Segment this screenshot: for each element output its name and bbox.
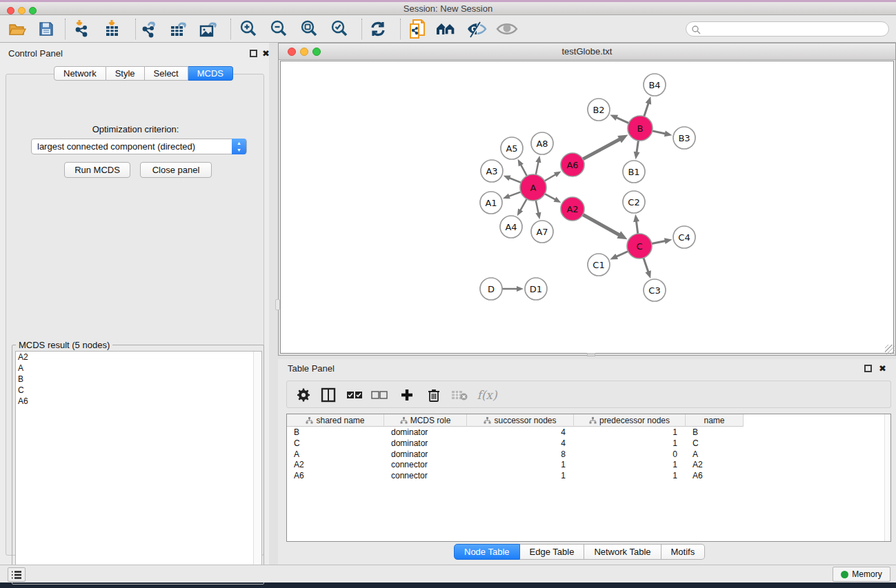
import-table-button[interactable] <box>101 18 124 40</box>
run-mcds-button[interactable]: Run MCDS <box>64 162 130 178</box>
mcds-result-item[interactable]: C <box>16 385 261 396</box>
import-network-button[interactable] <box>70 18 94 40</box>
table-cell[interactable]: dominator <box>384 438 467 449</box>
table-cell[interactable]: 1 <box>574 427 686 438</box>
tab-network-table[interactable]: Network Table <box>584 544 661 560</box>
graph-edge-B-B3[interactable] <box>653 131 666 134</box>
mcds-result-item[interactable]: A6 <box>16 396 261 407</box>
network-zoom-button[interactable] <box>312 48 321 56</box>
canvas-left-scrollthumb[interactable] <box>275 299 280 310</box>
graph-node-D1[interactable]: D1 <box>525 278 547 300</box>
graph-node-C[interactable]: C <box>627 234 652 258</box>
close-panel-button[interactable]: Close panel <box>140 162 212 178</box>
table-cell[interactable]: connector <box>384 460 467 471</box>
float-panel-icon[interactable] <box>250 50 257 57</box>
graph-node-A4[interactable]: A4 <box>500 216 522 238</box>
first-neighbors-button[interactable] <box>435 18 458 40</box>
new-network-from-selection-button[interactable] <box>406 18 429 40</box>
column-header-predecessor-nodes[interactable]: predecessor nodes <box>574 414 686 427</box>
table-row[interactable]: Bdominator41B <box>287 427 744 438</box>
table-cell[interactable]: 1 <box>574 460 686 471</box>
export-network-button[interactable] <box>138 18 161 40</box>
task-history-button[interactable] <box>8 567 26 582</box>
graph-node-A[interactable]: A <box>520 174 546 201</box>
table-cell[interactable]: 0 <box>574 449 686 460</box>
select-all-columns-button[interactable] <box>344 384 366 406</box>
table-cell[interactable]: 1 <box>574 438 686 449</box>
tab-mcds[interactable]: MCDS <box>188 66 233 81</box>
graph-node-A7[interactable]: A7 <box>531 221 553 243</box>
table-cell[interactable]: 8 <box>467 449 574 460</box>
column-header-successor-nodes[interactable]: successor nodes <box>467 414 574 427</box>
graph-edge-A-A2[interactable] <box>545 194 556 200</box>
save-session-button[interactable] <box>34 18 58 40</box>
graph-node-B2[interactable]: B2 <box>588 99 610 121</box>
graph-node-B[interactable]: B <box>628 116 653 141</box>
graph-edge-A-A3[interactable] <box>509 178 521 183</box>
minimize-window-button[interactable] <box>18 7 26 14</box>
tab-select[interactable]: Select <box>145 66 188 81</box>
window-resize-handle[interactable] <box>885 345 895 354</box>
apply-layout-button[interactable] <box>366 18 390 40</box>
table-cell[interactable]: A2 <box>686 460 744 471</box>
graph-edge-A-A8[interactable] <box>536 161 539 174</box>
table-row[interactable]: Cdominator41C <box>287 438 744 449</box>
table-cell[interactable]: A6 <box>287 471 384 482</box>
table-cell[interactable]: 1 <box>574 471 686 482</box>
table-cell[interactable]: B <box>686 427 744 438</box>
mcds-result-item[interactable]: A <box>16 363 261 374</box>
close-window-button[interactable] <box>7 7 14 14</box>
graph-node-A1[interactable]: A1 <box>480 192 502 214</box>
tab-node-table[interactable]: Node Table <box>454 544 520 560</box>
graph-node-C3[interactable]: C3 <box>644 279 666 301</box>
close-table-panel-icon[interactable]: ✖ <box>879 365 886 372</box>
table-cell[interactable]: 1 <box>467 460 574 471</box>
float-table-panel-icon[interactable] <box>864 365 872 372</box>
graphics-details-button[interactable] <box>465 18 488 40</box>
column-header-shared-name[interactable]: shared name <box>287 414 384 427</box>
open-session-button[interactable] <box>6 18 29 40</box>
table-scrollbar[interactable] <box>884 414 890 541</box>
graph-edge-A2-C[interactable] <box>583 214 619 235</box>
graph-node-C1[interactable]: C1 <box>588 254 610 276</box>
graph-node-C2[interactable]: C2 <box>623 191 645 213</box>
graph-edge-C-C4[interactable] <box>652 241 666 243</box>
graph-node-B4[interactable]: B4 <box>644 74 666 96</box>
function-builder-button[interactable]: f(x) <box>476 384 498 406</box>
zoom-window-button[interactable] <box>29 7 37 14</box>
graph-edge-B-B1[interactable] <box>637 141 639 153</box>
table-cell[interactable]: connector <box>384 471 467 482</box>
memory-button[interactable]: Memory <box>833 567 890 582</box>
zoom-out-button[interactable] <box>267 18 290 40</box>
export-image-button[interactable] <box>197 18 221 40</box>
table-cell[interactable]: C <box>686 438 744 449</box>
canvas-bottom-scrollthumb[interactable] <box>587 353 595 356</box>
graph-edge-A-A6[interactable] <box>544 174 555 181</box>
tab-style[interactable]: Style <box>106 66 145 81</box>
column-header-name[interactable]: name <box>686 414 744 427</box>
table-cell[interactable]: A6 <box>686 471 744 482</box>
graph-node-B1[interactable]: B1 <box>623 161 645 183</box>
table-cell[interactable]: C <box>287 438 384 449</box>
tab-motifs[interactable]: Motifs <box>661 544 706 560</box>
delete-column-button[interactable] <box>423 384 445 406</box>
mcds-result-item[interactable]: B <box>16 374 261 385</box>
graph-node-A5[interactable]: A5 <box>501 137 523 159</box>
search-input[interactable] <box>686 21 889 37</box>
network-canvas[interactable]: ABCA2A6A1A3A4A5A7A8B1B2B3B4C1C2C3C4DD1 <box>280 61 894 354</box>
column-header-MCDS-role[interactable]: MCDS role <box>384 414 467 427</box>
graph-edge-C-C3[interactable] <box>644 258 648 272</box>
graph-edge-B-B4[interactable] <box>644 103 649 116</box>
node-table[interactable]: shared nameMCDS rolesuccessor nodesprede… <box>286 414 891 542</box>
table-cell[interactable]: 1 <box>467 471 574 482</box>
mcds-list-scrollbar[interactable] <box>253 352 261 582</box>
graph-edge-B-B2[interactable] <box>616 117 628 123</box>
table-row[interactable]: Adominator80A <box>287 449 744 460</box>
graph-edge-C-C2[interactable] <box>636 221 637 234</box>
graph-node-D[interactable]: D <box>480 278 502 300</box>
create-column-button[interactable] <box>396 384 418 406</box>
graph-node-C4[interactable]: C4 <box>673 226 695 248</box>
table-cell[interactable]: A <box>686 449 744 460</box>
graph-edge-A-A1[interactable] <box>508 192 521 196</box>
graph-node-A6[interactable]: A6 <box>561 153 584 176</box>
